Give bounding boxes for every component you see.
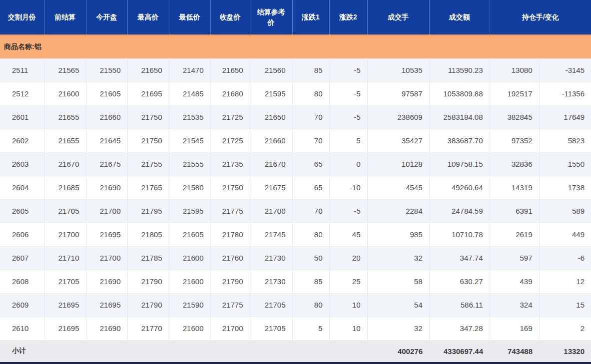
cell-turnover: 10710.78	[429, 223, 490, 246]
cell-volume: 35427	[367, 129, 429, 152]
cell-change2: 20	[329, 246, 367, 270]
cell-oi-change: 5823	[539, 129, 591, 152]
cell-prev-settlement: 21655	[44, 129, 86, 152]
cell-low: 21555	[169, 152, 210, 176]
cell-change1: 65	[292, 176, 329, 199]
cell-open-interest: 169	[490, 317, 539, 340]
cell-open: 21550	[86, 58, 127, 82]
cell-prev-settlement: 21565	[44, 58, 86, 82]
column-header-open: 今开盘	[86, 0, 127, 35]
cell-open-interest: 14319	[490, 176, 539, 199]
subtotal-volume: 400276	[367, 340, 429, 362]
cell-open: 21660	[86, 105, 127, 129]
futures-quote-table: 交割月份 前结算 今开盘 最高价 最低价 收盘价 结算参考价 涨跌1 涨跌2 成…	[0, 0, 591, 362]
cell-oi-change: 2	[539, 317, 591, 340]
cell-high: 21750	[127, 129, 169, 152]
subtotal-spacer	[44, 340, 367, 362]
cell-change2: -10	[329, 176, 367, 199]
cell-low: 21545	[169, 129, 210, 152]
column-header-turnover: 成交额	[429, 0, 490, 35]
cell-close: 21680	[210, 82, 250, 105]
cell-close: 21760	[210, 246, 250, 270]
cell-delivery-month: 2604	[0, 176, 44, 199]
cell-delivery-month: 2609	[0, 293, 44, 317]
cell-turnover: 586.11	[429, 293, 490, 317]
cell-low: 21605	[169, 223, 210, 246]
cell-high: 21755	[127, 152, 169, 176]
table-row: 2609 21695 21695 21790 21590 21775 21705…	[0, 293, 591, 317]
cell-open: 21645	[86, 129, 127, 152]
table-row: 2606 21700 21695 21805 21605 21780 21745…	[0, 223, 591, 246]
cell-change1: 85	[292, 58, 329, 82]
cell-open: 21675	[86, 152, 127, 176]
cell-open: 21690	[86, 270, 127, 293]
cell-prev-settlement: 21600	[44, 82, 86, 105]
subtotal-label: 小计	[0, 340, 44, 362]
subtotal-open-interest: 743488	[490, 340, 539, 362]
cell-delivery-month: 2602	[0, 129, 44, 152]
cell-change1: 50	[292, 246, 329, 270]
table-row: 2511 21565 21550 21650 21470 21650 21560…	[0, 58, 591, 82]
cell-low: 21600	[169, 317, 210, 340]
cell-open: 21695	[86, 223, 127, 246]
cell-prev-settlement: 21695	[44, 293, 86, 317]
cell-delivery-month: 2603	[0, 152, 44, 176]
cell-change2: 0	[329, 152, 367, 176]
cell-turnover: 113590.23	[429, 58, 490, 82]
cell-close: 21775	[210, 199, 250, 223]
cell-change1: 70	[292, 199, 329, 223]
cell-open-interest: 192517	[490, 82, 539, 105]
table-row: 2601 21655 21660 21750 21535 21725 21650…	[0, 105, 591, 129]
cell-settlement-ref: 21670	[250, 152, 292, 176]
cell-high: 21765	[127, 176, 169, 199]
cell-low: 21600	[169, 246, 210, 270]
cell-open-interest: 32836	[490, 152, 539, 176]
cell-settlement-ref: 21675	[250, 176, 292, 199]
cell-change1: 80	[292, 223, 329, 246]
cell-oi-change: -11356	[539, 82, 591, 105]
cell-high: 21650	[127, 58, 169, 82]
table-row: 2602 21655 21645 21750 21545 21725 21660…	[0, 129, 591, 152]
cell-turnover: 2583184.08	[429, 105, 490, 129]
header-row: 交割月份 前结算 今开盘 最高价 最低价 收盘价 结算参考价 涨跌1 涨跌2 成…	[0, 0, 591, 35]
table-row: 2610 21695 21690 21770 21600 21700 21705…	[0, 317, 591, 340]
cell-change2: 45	[329, 223, 367, 246]
table-row: 2603 21670 21675 21755 21555 21735 21670…	[0, 152, 591, 176]
cell-settlement-ref: 21730	[250, 246, 292, 270]
cell-delivery-month: 2511	[0, 58, 44, 82]
cell-change1: 5	[292, 317, 329, 340]
cell-volume: 2284	[367, 199, 429, 223]
column-header-delivery-month: 交割月份	[0, 0, 44, 35]
cell-delivery-month: 2512	[0, 82, 44, 105]
cell-change1: 85	[292, 270, 329, 293]
cell-open-interest: 97352	[490, 129, 539, 152]
cell-turnover: 24784.59	[429, 199, 490, 223]
cell-close: 21650	[210, 58, 250, 82]
table-row: 2604 21685 21690 21765 21580 21750 21675…	[0, 176, 591, 199]
cell-settlement-ref: 21745	[250, 223, 292, 246]
cell-oi-change: 12	[539, 270, 591, 293]
table-row: 2605 21705 21700 21795 21595 21775 21700…	[0, 199, 591, 223]
cell-close: 21735	[210, 152, 250, 176]
cell-volume: 238609	[367, 105, 429, 129]
table-row: 2512 21600 21605 21695 21485 21680 21595…	[0, 82, 591, 105]
cell-change2: 5	[329, 129, 367, 152]
cell-change1: 80	[292, 293, 329, 317]
cell-high: 21790	[127, 270, 169, 293]
cell-low: 21595	[169, 199, 210, 223]
cell-prev-settlement: 21670	[44, 152, 86, 176]
cell-change1: 70	[292, 129, 329, 152]
cell-volume: 4545	[367, 176, 429, 199]
cell-low: 21470	[169, 58, 210, 82]
subtotal-oi-change: 13320	[539, 340, 591, 362]
cell-delivery-month: 2601	[0, 105, 44, 129]
cell-volume: 985	[367, 223, 429, 246]
cell-volume: 10535	[367, 58, 429, 82]
cell-delivery-month: 2605	[0, 199, 44, 223]
cell-oi-change: -6	[539, 246, 591, 270]
cell-close: 21790	[210, 270, 250, 293]
cell-settlement-ref: 21660	[250, 129, 292, 152]
cell-turnover: 630.27	[429, 270, 490, 293]
cell-close: 21750	[210, 176, 250, 199]
cell-settlement-ref: 21730	[250, 270, 292, 293]
